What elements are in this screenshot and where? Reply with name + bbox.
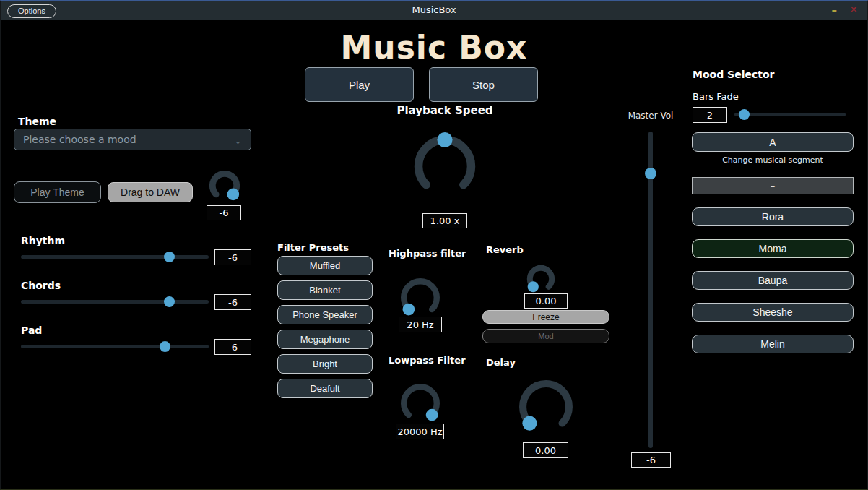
stop-button[interactable]: Stop [429,67,538,102]
musicbox-window: Options MusicBox – ✕ Music Box Play Stop… [0,0,868,490]
chords-value[interactable]: -6 [214,294,251,310]
minimize-icon[interactable]: – [832,4,838,17]
mood-sheeshe-button[interactable]: Sheeshe [692,303,854,322]
rhythm-slider[interactable] [21,255,209,259]
master-vol-value[interactable]: -6 [631,452,671,468]
window-title: MusicBox [1,4,867,15]
title-bar: Options MusicBox – ✕ [1,1,867,20]
rhythm-slider-thumb[interactable] [164,252,175,262]
mood-melin-button[interactable]: Melin [692,335,854,353]
playback-speed-label: Playback Speed [383,104,506,117]
preset-blanket-button[interactable]: Blanket [277,280,373,300]
reverb-mod-button[interactable]: Mod [482,329,609,343]
play-button[interactable]: Play [305,67,414,102]
close-icon[interactable]: ✕ [849,4,858,15]
lowpass-value[interactable]: 20000 Hz [396,424,444,439]
bars-fade-value[interactable]: 2 [693,107,727,123]
knob-indicator-dot [528,281,539,292]
mood-selector-title: Mood Selector [693,69,774,80]
highpass-knob[interactable] [399,276,442,322]
knob-indicator-dot [227,188,239,200]
pad-slider[interactable] [21,345,209,348]
knob-arc [399,382,442,425]
preset-bright-button[interactable]: Bright [277,354,373,374]
lowpass-label: Lowpass Filter [389,355,466,366]
bars-fade-label: Bars Fade [693,91,739,102]
chevron-down-icon: ⌄ [234,135,242,146]
segment-button[interactable]: A [692,132,854,152]
knob-arc [526,265,555,293]
knob-arc [399,276,442,319]
pad-slider-thumb[interactable] [160,341,170,352]
lowpass-knob[interactable] [399,382,442,428]
mood-moma-button[interactable]: Moma [692,239,854,258]
reverb-knob[interactable] [526,265,555,296]
playback-speed-value[interactable]: 1.00 x [422,213,467,228]
reverb-value[interactable]: 0.00 [524,293,568,309]
knob-indicator-dot [426,409,438,421]
knob-indicator-dot [402,304,415,316]
master-vol-slider[interactable] [648,132,653,448]
theme-label: Theme [18,116,56,127]
knob-indicator-dot [522,416,537,430]
delay-knob[interactable] [516,377,576,440]
drag-to-daw-button[interactable]: Drag to DAW [108,182,193,202]
play-theme-button[interactable]: Play Theme [14,181,101,203]
highpass-label: Highpass filter [389,248,466,259]
theme-dropdown[interactable]: Please choose a mood ⌄ [14,129,251,150]
chords-label: Chords [21,280,61,291]
pad-value[interactable]: -6 [214,339,251,355]
knob-arc [209,170,240,202]
page-title: Music Box [1,29,867,66]
delay-value[interactable]: 0.00 [523,442,568,458]
preset-megaphone-button[interactable]: Megaphone [277,330,373,349]
knob-indicator-dot [437,132,452,147]
mood-rora-button[interactable]: Rora [692,207,854,226]
rhythm-value[interactable]: -6 [214,249,251,265]
rhythm-label: Rhythm [21,235,65,246]
filter-presets-label: Filter Presets [277,242,349,253]
current-segment-display: – [692,177,854,194]
segment-caption: Change musical segment [692,155,854,165]
highpass-value[interactable]: 20 Hz [399,317,442,332]
master-vol-label: Master Vol [622,111,680,121]
playback-speed-knob[interactable] [410,132,479,204]
knob-arc [516,377,576,437]
mood-baupa-button[interactable]: Baupa [692,271,854,290]
theme-volume-knob[interactable] [209,170,240,205]
chords-slider-thumb[interactable] [164,296,175,307]
pad-label: Pad [21,324,42,336]
theme-dropdown-placeholder: Please choose a mood [23,134,136,145]
preset-default-button[interactable]: Deafult [277,379,373,398]
theme-volume-value[interactable]: -6 [207,205,241,220]
preset-muffled-button[interactable]: Muffled [277,256,373,275]
chords-slider[interactable] [21,300,209,304]
preset-phone-speaker-button[interactable]: Phone Speaker [277,305,373,324]
knob-arc [410,132,479,201]
reverb-freeze-button[interactable]: Freeze [482,310,609,324]
bars-fade-slider[interactable] [734,113,846,116]
bars-fade-thumb[interactable] [739,109,750,120]
reverb-label: Reverb [486,244,524,255]
master-vol-thumb[interactable] [645,168,656,179]
delay-label: Delay [486,357,516,368]
